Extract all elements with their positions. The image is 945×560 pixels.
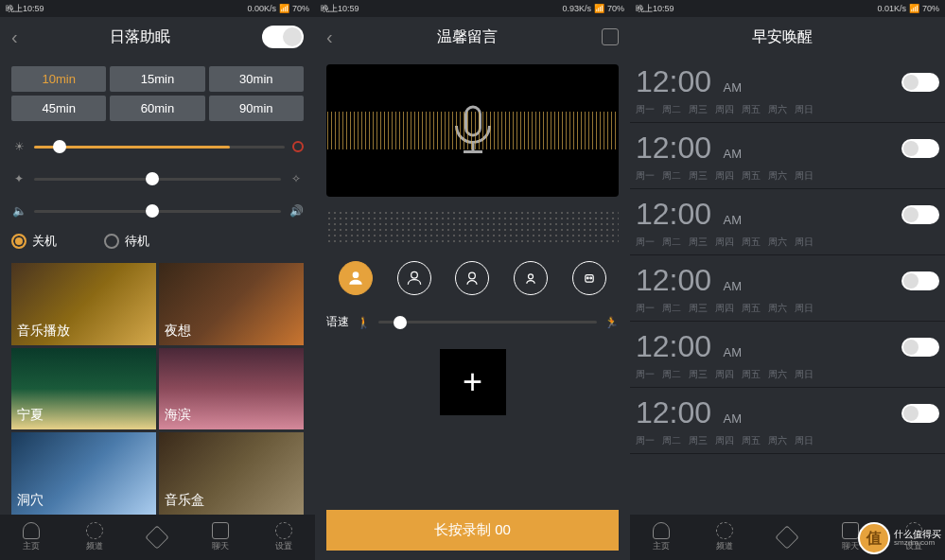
tile-cave[interactable]: 洞穴 xyxy=(11,432,156,515)
chat-icon xyxy=(212,522,229,539)
duration-90min[interactable]: 90min xyxy=(209,96,304,121)
alarm-toggle[interactable] xyxy=(901,139,939,158)
status-bar: 晚上10:59 0.01K/s 📶 70% xyxy=(630,0,945,17)
radio-standby[interactable]: 待机 xyxy=(104,233,149,250)
alarm-item[interactable]: 12:00 AM 周一周二周三周四周五周六周日 xyxy=(630,57,945,123)
duration-10min[interactable]: 10min xyxy=(11,66,106,92)
nav-chat[interactable]: 聊天 xyxy=(842,522,859,552)
nav-center[interactable] xyxy=(779,529,796,546)
slider-sun[interactable]: ☀ xyxy=(11,140,304,153)
day-label: 周二 xyxy=(662,368,681,381)
duration-15min[interactable]: 15min xyxy=(110,66,204,92)
tile-night[interactable]: 夜想 xyxy=(159,263,304,345)
alarm-toggle[interactable] xyxy=(901,404,939,423)
nav-home[interactable]: 主页 xyxy=(23,522,40,552)
status-icons: 0.00K/s 📶 70% xyxy=(247,4,309,13)
voice-female[interactable] xyxy=(455,261,489,295)
nav-channel[interactable]: 频道 xyxy=(86,522,103,552)
day-label: 周日 xyxy=(795,103,814,116)
alarm-ampm: AM xyxy=(724,345,743,359)
battery-text: 70% xyxy=(922,4,939,13)
nav-settings[interactable]: 设置 xyxy=(275,522,292,552)
duration-30min[interactable]: 30min xyxy=(209,66,304,92)
alarm-time: 12:00 xyxy=(636,131,711,165)
day-label: 周五 xyxy=(742,368,761,381)
day-label: 周六 xyxy=(768,434,787,447)
alarm-toggle[interactable] xyxy=(901,205,939,224)
tile-ningxia[interactable]: 宁夏 xyxy=(11,348,156,430)
day-label: 周五 xyxy=(742,169,761,183)
day-label: 周六 xyxy=(768,103,787,116)
content: 语速 🚶 🏃 + 长按录制 00 xyxy=(315,57,630,560)
radio-label: 关机 xyxy=(32,233,57,250)
svg-point-4 xyxy=(529,274,534,279)
nav-chat[interactable]: 聊天 xyxy=(212,522,229,552)
day-label: 周一 xyxy=(636,103,655,116)
slider-brightness[interactable]: ✦ ✧ xyxy=(11,172,304,185)
alarm-item[interactable]: 12:00 AM 周一周二周三周四周五周六周日 xyxy=(630,189,945,255)
watermark-badge: 值 xyxy=(858,522,890,554)
day-label: 周二 xyxy=(662,236,681,249)
voice-person2[interactable] xyxy=(397,261,431,295)
alarm-days: 周一周二周三周四周五周六周日 xyxy=(636,103,939,116)
alarm-ampm: AM xyxy=(724,147,743,161)
nav-label: 设置 xyxy=(275,540,292,552)
duration-selector: 10min 15min 30min 45min 60min 90min xyxy=(11,66,304,121)
slider-volume[interactable]: 🔈 🔊 xyxy=(11,204,304,218)
add-button[interactable]: + xyxy=(440,349,506,415)
day-label: 周六 xyxy=(768,302,787,315)
day-label: 周日 xyxy=(795,236,814,249)
alarm-time: 12:00 xyxy=(636,263,711,297)
net-speed: 0.93K/s xyxy=(562,4,591,13)
day-label: 周一 xyxy=(636,302,655,315)
day-label: 周三 xyxy=(689,368,708,381)
run-icon: 🏃 xyxy=(604,316,619,329)
alarm-screen: 晚上10:59 0.01K/s 📶 70% ‹ 早安唤醒 12:00 AM 周一… xyxy=(630,0,945,560)
nav-label: 聊天 xyxy=(842,540,859,552)
day-label: 周六 xyxy=(768,368,787,381)
duration-60min[interactable]: 60min xyxy=(110,96,204,121)
alarm-days: 周一周二周三周四周五周六周日 xyxy=(636,368,939,381)
svg-point-6 xyxy=(587,277,589,279)
voice-robot[interactable] xyxy=(572,261,606,295)
tile-music[interactable]: 音乐播放 xyxy=(11,263,156,345)
day-label: 周五 xyxy=(742,103,761,116)
nav-home[interactable]: 主页 xyxy=(653,522,670,552)
alarm-ampm: AM xyxy=(724,80,743,95)
waveform xyxy=(326,112,619,149)
tile-musicbox[interactable]: 音乐盒 xyxy=(159,432,304,515)
nav-center[interactable] xyxy=(149,529,166,546)
svg-point-2 xyxy=(411,271,417,278)
watermark-text: 什么值得买 smzdm.com xyxy=(894,529,941,548)
brightness-low-icon: ✦ xyxy=(11,172,26,185)
voice-child[interactable] xyxy=(514,261,548,295)
tile-beach[interactable]: 海滨 xyxy=(159,348,304,430)
feature-toggle[interactable] xyxy=(262,26,304,48)
alarm-item[interactable]: 12:00 AM 周一周二周三周四周五周六周日 xyxy=(630,255,945,322)
battery-text: 70% xyxy=(607,4,624,13)
alarm-item[interactable]: 12:00 AM 周一周二周三周四周五周六周日 xyxy=(630,388,945,454)
alarm-toggle[interactable] xyxy=(901,338,939,357)
nav-channel[interactable]: 频道 xyxy=(716,522,733,552)
alarm-ampm: AM xyxy=(724,411,743,426)
day-label: 周三 xyxy=(689,236,708,249)
voice-person1[interactable] xyxy=(339,261,373,295)
alarm-toggle[interactable] xyxy=(901,271,939,290)
radio-shutdown[interactable]: 关机 xyxy=(11,233,57,250)
status-time: 晚上10:59 xyxy=(6,3,44,15)
speech-speed-slider[interactable]: 语速 🚶 🏃 xyxy=(326,314,619,330)
waveform-display xyxy=(326,64,619,197)
alarm-time: 12:00 xyxy=(636,395,711,429)
brightness-high-icon: ✧ xyxy=(289,172,304,185)
back-icon[interactable]: ‹ xyxy=(11,26,18,48)
back-icon[interactable]: ‹ xyxy=(326,26,333,48)
record-button[interactable]: 长按录制 00 xyxy=(326,510,619,551)
alarm-toggle[interactable] xyxy=(901,73,939,92)
duration-45min[interactable]: 45min xyxy=(11,96,106,121)
alarm-item[interactable]: 12:00 AM 周一周二周三周四周五周六周日 xyxy=(630,322,945,388)
share-icon[interactable] xyxy=(602,28,619,45)
alarm-ampm: AM xyxy=(724,279,743,293)
status-icons: 0.93K/s 📶 70% xyxy=(562,4,624,13)
status-icons: 0.01K/s 📶 70% xyxy=(877,4,939,13)
alarm-item[interactable]: 12:00 AM 周一周二周三周四周五周六周日 xyxy=(630,123,945,189)
